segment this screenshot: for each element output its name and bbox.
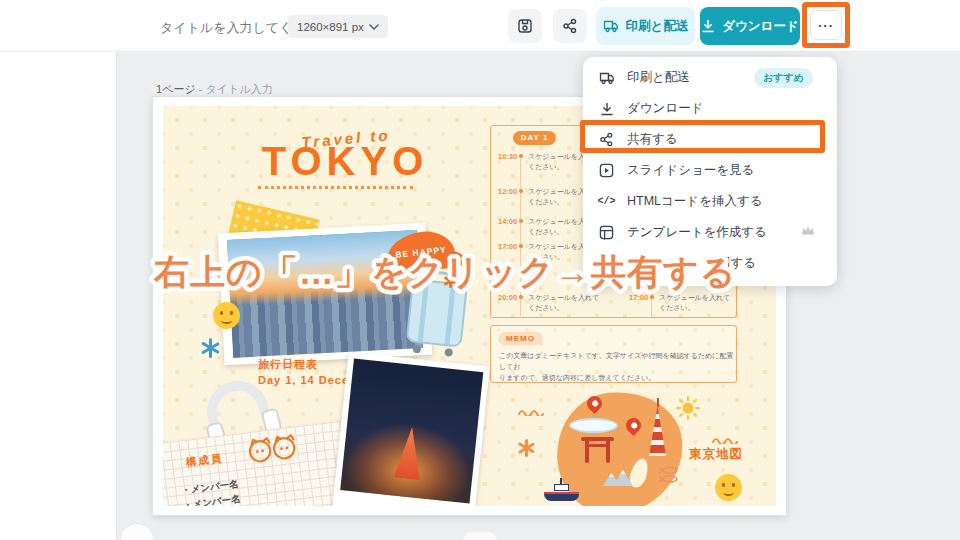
chevron-down-icon (369, 24, 379, 30)
truck-icon (598, 69, 615, 86)
bottom-control[interactable] (462, 531, 498, 540)
timeline-line-right (651, 286, 652, 316)
crown-icon (801, 225, 815, 239)
truck-icon (603, 19, 619, 33)
tokyo-title: TOKYO (255, 139, 435, 184)
print-delivery-label: 印刷と配送 (626, 18, 689, 35)
night-photo (332, 352, 490, 506)
download-label: ダウンロード (722, 18, 798, 35)
tower-antenna (657, 398, 659, 407)
memo-badge: MEMO (498, 332, 543, 345)
more-options-button[interactable]: ··· (810, 10, 842, 40)
ship-icon (544, 479, 579, 501)
canvas-size-dropdown[interactable]: 1260×891 px (288, 15, 388, 38)
download-button[interactable]: ダウンロード (700, 7, 800, 45)
print-delivery-button[interactable]: 印刷と配送 (596, 7, 695, 45)
save-button[interactable] (508, 9, 542, 43)
dotted-divider (258, 186, 413, 189)
members-note: 構成員 ・メンバー名 ・メンバー名 ・メンバー名 (163, 421, 354, 506)
fish-doodle (657, 466, 681, 484)
pig-doodle (243, 430, 300, 466)
sparkle-doodle (525, 439, 528, 457)
sparkle-doodle (209, 338, 212, 358)
smiley-face (715, 474, 742, 501)
menu-item-partially-hidden[interactable]: 用する (583, 248, 837, 279)
sun-icon (675, 395, 701, 421)
design-title-input[interactable]: タイトルを入力してく... (160, 19, 303, 37)
timeline-line-left (520, 156, 521, 316)
smiley-face (213, 302, 240, 329)
more-options-menu: 印刷と配送 おすすめ ダウンロード 共有する スライドショーを見る </> HT… (583, 57, 837, 286)
suitcase-illustration (405, 268, 469, 353)
share-icon (562, 18, 578, 34)
code-icon: </> (598, 193, 615, 210)
page-title-hint: - タイトル入力 (196, 83, 273, 95)
menu-item-create-template[interactable]: テンプレートを作成する (583, 217, 837, 248)
recommended-badge: おすすめ (754, 68, 813, 88)
save-icon (517, 18, 533, 34)
download-icon (598, 100, 615, 117)
wave-doodle (712, 434, 738, 444)
share-item-highlight-box (580, 120, 825, 153)
wave-doodle (518, 406, 544, 416)
day1-badge: DAY 1 (513, 131, 556, 145)
menu-item-print-delivery[interactable]: 印刷と配送 おすすめ (583, 62, 837, 93)
page-label: 1ページ - タイトル入力 (156, 82, 272, 97)
memo-box: MEMO この文章はダミーテキストです。文字サイズや行間を確認するために配置して… (490, 325, 737, 383)
sparkle-doodle (449, 274, 452, 288)
share-button[interactable] (553, 9, 587, 43)
members-note-title: 構成員 (185, 451, 224, 469)
menu-item-embed-html[interactable]: </> HTMLコードを挿入する (583, 186, 837, 217)
more-button-highlight-box: ··· (802, 2, 850, 48)
map-caption: 東京地図 (689, 446, 743, 463)
download-icon (701, 19, 715, 33)
menu-item-slideshow[interactable]: スライドショーを見る (583, 155, 837, 186)
play-icon (598, 162, 615, 179)
page-number: 1ページ (156, 83, 196, 95)
map-pond (569, 418, 618, 433)
template-icon (598, 224, 615, 241)
canvas-size-label: 1260×891 px (297, 21, 364, 33)
